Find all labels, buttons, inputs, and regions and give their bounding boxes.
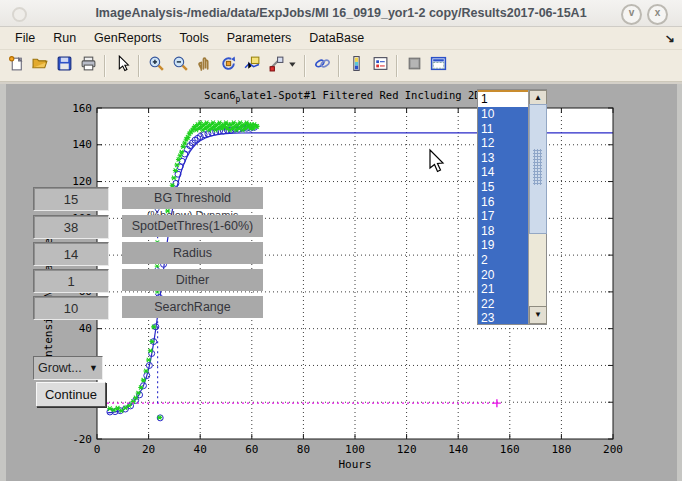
spot-number-listbox[interactable]: 110111213141516171819220212223 ▲ ▼ [477,89,547,325]
svg-text:180: 180 [551,443,571,456]
window-menu-icon[interactable] [12,7,27,22]
brush-caret-button[interactable] [288,53,300,79]
insert-legend-button[interactable] [368,53,392,79]
spot-det-thres-label: SpotDetThres(1-60%) [122,215,263,237]
zoom-in-icon [148,55,165,76]
listbox-scrollbar[interactable]: ▲ ▼ [528,90,546,324]
list-item[interactable]: 22 [478,297,528,312]
growth-mode-dropdown-label: Growt... [38,361,82,375]
dither-label: Dither [122,269,263,291]
menu-item-parameters[interactable]: Parameters [218,29,301,47]
show-plot-tools-button[interactable] [426,53,450,79]
list-item[interactable]: 10 [478,107,528,122]
brush-button[interactable] [264,53,288,79]
radius-label: Radius [122,242,263,264]
brush-caret-icon [286,55,303,76]
close-window-button[interactable]: x [647,4,668,25]
menu-item-run[interactable]: Run [44,29,85,47]
zoom-out-button[interactable] [168,53,192,79]
app-window: ImageAnalysis-/media/data/ExpJobs/MI 16_… [0,0,682,481]
list-item[interactable]: 19 [478,238,528,253]
title-bar: ImageAnalysis-/media/data/ExpJobs/MI 16_… [0,0,682,27]
svg-text:60: 60 [245,443,258,456]
svg-text:140: 140 [72,138,92,151]
list-item[interactable]: 2 [478,253,528,268]
bg-threshold-field[interactable] [33,187,109,211]
window-title: ImageAnalysis-/media/data/ExpJobs/MI 16_… [0,6,682,20]
continue-button[interactable]: Continue [36,382,106,407]
search-range-field[interactable] [33,296,109,320]
svg-text:40: 40 [79,322,92,335]
list-item[interactable]: 17 [478,209,528,224]
dropdown-caret-icon: ▼ [89,363,98,373]
dither-field[interactable] [33,269,109,293]
brush-icon [268,55,285,76]
rotate-3d-button[interactable] [216,53,240,79]
list-item[interactable]: 20 [478,268,528,283]
list-item[interactable]: 21 [478,282,528,297]
toolbar-separator [338,55,340,77]
list-item[interactable]: 14 [478,165,528,180]
list-item-current[interactable]: 1 [478,90,528,107]
shade-window-button[interactable]: v [621,4,642,25]
search-range-label: SearchRange [122,296,263,318]
list-item[interactable]: 16 [478,195,528,210]
zoom-in-button[interactable] [144,53,168,79]
svg-text:20: 20 [142,443,155,456]
menu-item-file[interactable]: File [6,29,44,47]
scroll-down-button[interactable]: ▼ [529,306,547,324]
save-icon [56,55,73,76]
menu-item-database[interactable]: DataBase [300,29,373,47]
list-item[interactable]: 13 [478,151,528,166]
growth-mode-dropdown[interactable]: Growt... ▼ [33,356,103,380]
pointer-icon [114,55,131,76]
menu-dock-arrow-icon[interactable]: ↘ [664,32,674,45]
list-item[interactable]: 12 [478,136,528,151]
toolbar-separator [104,55,106,77]
data-cursor-button[interactable] [240,53,264,79]
open-file-icon [32,55,49,76]
menu-item-genreports[interactable]: GenReports [85,29,170,47]
spot-det-thres-field[interactable] [33,215,109,239]
pointer-button[interactable] [110,53,134,79]
toolbar [0,50,682,82]
new-file-icon [8,55,25,76]
save-button[interactable] [52,53,76,79]
print-button[interactable] [76,53,100,79]
list-item[interactable]: 18 [478,224,528,239]
menu-item-tools[interactable]: Tools [171,29,218,47]
hide-plot-tools-icon [406,55,423,76]
link-plots-button[interactable] [310,53,334,79]
svg-text:40: 40 [194,443,207,456]
open-file-button[interactable] [28,53,52,79]
radius-field[interactable] [33,242,109,266]
new-file-button[interactable] [4,53,28,79]
print-icon [80,55,97,76]
data-cursor-icon [244,55,261,76]
svg-text:160: 160 [500,443,520,456]
pan-button[interactable] [192,53,216,79]
link-plots-icon [314,55,331,76]
menu-bar: FileRunGenReportsToolsParametersDataBase… [0,27,682,50]
scrollbar-thumb[interactable] [529,104,547,234]
insert-legend-icon [372,55,389,76]
list-item[interactable]: 15 [478,180,528,195]
pan-icon [196,55,213,76]
continue-button-label: Continue [45,387,97,402]
list-item[interactable]: 23 [478,311,528,324]
show-plot-tools-icon [430,55,447,76]
list-item[interactable]: 11 [478,122,528,137]
svg-text:120: 120 [397,443,417,456]
scrollbar-grip [533,149,542,185]
svg-text:160: 160 [72,102,92,115]
svg-text:0: 0 [94,443,101,456]
hide-plot-tools-button[interactable] [402,53,426,79]
svg-text:-20: -20 [72,433,92,446]
insert-colorbar-button[interactable] [344,53,368,79]
svg-text:80: 80 [297,443,310,456]
toolbar-separator [138,55,140,77]
x-axis-label: Hours [338,458,371,471]
zoom-out-icon [172,55,189,76]
rotate-3d-icon [220,55,237,76]
insert-colorbar-icon [348,55,365,76]
